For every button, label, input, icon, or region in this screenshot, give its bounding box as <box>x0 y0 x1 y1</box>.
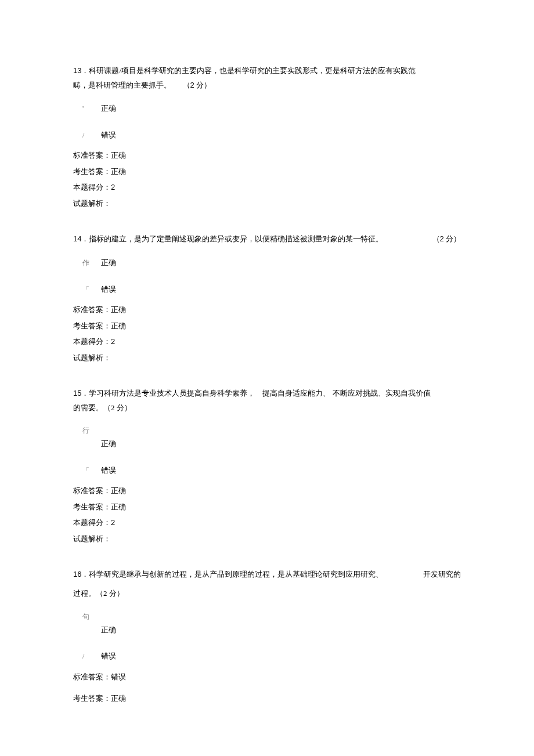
score: 本题得分：2 <box>73 336 461 348</box>
label: 标准答案： <box>73 486 111 495</box>
question-16: 16．科学研究是继承与创新的过程，是从产品到原理的过程，是从基础理论研究到应用研… <box>73 567 461 704</box>
options: 行 正确 「 错误 <box>73 425 461 476</box>
label: 考生答案： <box>73 694 111 703</box>
question-14: 14．指标的建立，是为了定量阐述现象的差异或变异，以便精确描述被测量对象的某一特… <box>73 232 461 363</box>
label: 标准答案： <box>73 305 111 314</box>
question-body-line1: ．指标的建立，是为了定量阐述现象的差异或变异，以便精确描述被测量对象的某一特征。 <box>81 234 383 243</box>
value: 正确 <box>111 486 126 495</box>
option-label: 正确 <box>96 257 116 269</box>
question-15-text: 15．学习科研方法是专业技术人员提高自身科学素养， 提高自身适应能力、 不断应对… <box>73 386 461 415</box>
option-label: 错误 <box>96 284 116 295</box>
question-body-line1a: ．科学研究是继承与创新的过程，是从产品到原理的过程，是从基础理论研究到应用研究、 <box>81 570 383 578</box>
option-marker: 「 <box>73 465 96 476</box>
label: 标准答案： <box>73 151 111 160</box>
option-true[interactable]: 行 正确 <box>73 425 461 450</box>
option-label: 错误 <box>96 465 116 476</box>
question-number: 16 <box>73 570 81 578</box>
label: 试题解析： <box>73 199 111 208</box>
label: 考生答案： <box>73 167 111 176</box>
label: 本题得分： <box>73 518 111 527</box>
option-true[interactable]: 作 正确 <box>73 257 461 269</box>
standard-answer: 标准答案：正确 <box>73 150 461 161</box>
option-marker: / <box>73 651 96 661</box>
option-label: 正确 <box>73 624 461 636</box>
label: 本题得分： <box>73 337 111 346</box>
option-false[interactable]: / 错误 <box>73 129 461 141</box>
exam-page: 13．科研课题/项目是科学研究的主要内容，也是科学研究的主要实践形式，更是科研方… <box>0 0 534 756</box>
option-label: 错误 <box>96 129 116 141</box>
question-body-line2: 的需要。（2 分） <box>73 403 132 412</box>
value: 正确 <box>111 167 126 176</box>
option-marker: 句 <box>73 612 461 622</box>
question-body-line1: ．学习科研方法是专业技术人员提高自身科学素养， 提高自身适应能力、 不断应对挑战… <box>81 389 430 397</box>
score: 本题得分：2 <box>73 182 461 193</box>
points-num: 2 <box>190 81 194 89</box>
label: 考生答案： <box>73 502 111 511</box>
question-15: 15．学习科研方法是专业技术人员提高自身科学素养， 提高自身适应能力、 不断应对… <box>73 386 461 544</box>
analysis: 试题解析： <box>73 352 461 364</box>
question-number: 15 <box>73 389 81 397</box>
points-suffix: 分） <box>444 234 461 243</box>
option-marker: / <box>73 130 96 140</box>
points-prefix: （ <box>183 81 190 89</box>
value: 正确 <box>111 151 126 160</box>
option-marker: 行 <box>73 425 461 436</box>
analysis: 试题解析： <box>73 198 461 209</box>
value: 正确 <box>111 694 126 703</box>
question-body-line2: 过程。（2 分） <box>73 589 124 598</box>
option-label: 正确 <box>73 438 461 450</box>
label: 考生答案： <box>73 321 111 330</box>
question-body-line2: 畴，是科研管理的主要抓手。 <box>73 81 171 89</box>
question-body-line1: ．科研课题/项目是科学研究的主要内容，也是科学研究的主要实践形式，更是科研方法的… <box>81 66 416 75</box>
points-suffix: 分） <box>194 81 211 89</box>
option-marker: 「 <box>73 284 96 295</box>
value: 2 <box>111 337 115 346</box>
analysis: 试题解析： <box>73 533 461 545</box>
value: 2 <box>111 183 115 191</box>
option-marker: 作 <box>73 258 96 268</box>
value: 正确 <box>111 305 126 314</box>
options: 句 正确 / 错误 <box>73 612 461 662</box>
option-label: 错误 <box>96 650 116 662</box>
value: 正确 <box>111 321 126 330</box>
score: 本题得分：2 <box>73 517 461 529</box>
value: 2 <box>111 518 115 527</box>
question-16-text-line2: 过程。（2 分） <box>73 587 461 601</box>
question-number: 13 <box>73 66 81 75</box>
standard-answer: 标准答案：错误 <box>73 671 461 683</box>
question-16-text-line1: 16．科学研究是继承与创新的过程，是从产品到原理的过程，是从基础理论研究到应用研… <box>73 567 461 582</box>
standard-answer: 标准答案：正确 <box>73 485 461 497</box>
question-body-line1b: 开发研究的 <box>423 567 461 582</box>
option-true[interactable]: 句 正确 <box>73 612 461 636</box>
question-13-text: 13．科研课题/项目是科学研究的主要内容，也是科学研究的主要实践形式，更是科研方… <box>73 64 461 92</box>
student-answer: 考生答案：正确 <box>73 693 461 704</box>
points-prefix: （ <box>432 234 440 243</box>
options: 作 正确 「 错误 <box>73 257 461 295</box>
question-13: 13．科研课题/项目是科学研究的主要内容，也是科学研究的主要实践形式，更是科研方… <box>73 64 461 209</box>
student-answer: 考生答案：正确 <box>73 320 461 332</box>
option-true[interactable]: ' 正确 <box>73 103 461 114</box>
option-label: 正确 <box>96 103 116 114</box>
question-14-text: 14．指标的建立，是为了定量阐述现象的差异或变异，以便精确描述被测量对象的某一特… <box>73 232 461 247</box>
options: ' 正确 / 错误 <box>73 103 461 140</box>
option-false[interactable]: / 错误 <box>73 650 461 662</box>
option-false[interactable]: 「 错误 <box>73 284 461 295</box>
question-number: 14 <box>73 234 81 243</box>
label: 试题解析： <box>73 534 111 543</box>
value: 正确 <box>111 502 126 511</box>
student-answer: 考生答案：正确 <box>73 501 461 513</box>
label: 本题得分： <box>73 183 111 191</box>
student-answer: 考生答案：正确 <box>73 166 461 178</box>
value: 错误 <box>111 672 126 681</box>
standard-answer: 标准答案：正确 <box>73 304 461 316</box>
option-marker: ' <box>73 103 96 114</box>
label: 试题解析： <box>73 353 111 362</box>
points-num: 2 <box>440 234 444 243</box>
option-false[interactable]: 「 错误 <box>73 465 461 476</box>
label: 标准答案： <box>73 672 111 681</box>
